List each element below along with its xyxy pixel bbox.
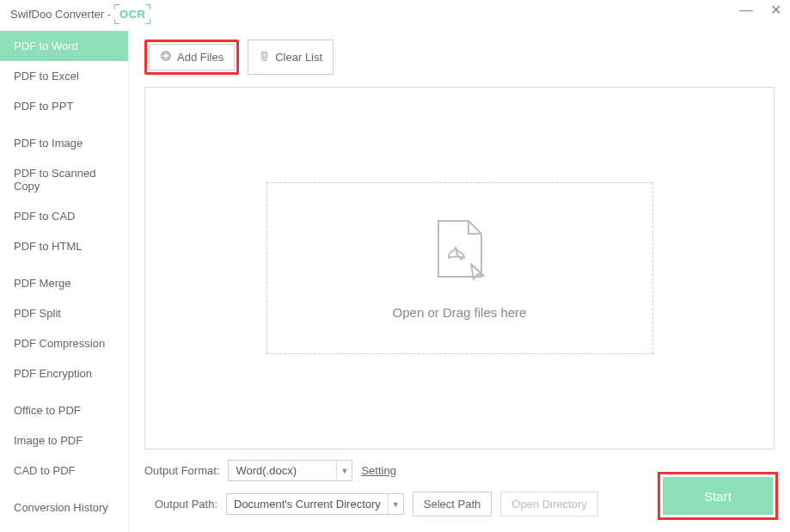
titlebar: SwifDoo Converter - OCR — ✕: [0, 0, 790, 28]
add-files-button[interactable]: Add Files: [149, 44, 235, 70]
toolbar: Add Files Clear List: [144, 40, 775, 75]
sidebar-item-pdf-merge[interactable]: PDF Merge: [0, 268, 128, 298]
sidebar-item-image-to-pdf[interactable]: Image to PDF: [0, 425, 128, 456]
drop-text: Open or Drag files here: [393, 305, 527, 320]
sidebar-item-pdf-to-excel[interactable]: PDF to Excel: [0, 61, 128, 91]
sidebar-item-pdf-compression[interactable]: PDF Compression: [0, 328, 128, 358]
file-drop-area[interactable]: Open or Drag files here: [144, 87, 775, 449]
sidebar-item-pdf-to-word[interactable]: PDF to Word: [0, 31, 128, 61]
clear-list-button[interactable]: Clear List: [248, 40, 334, 75]
output-format-label: Output Format:: [144, 464, 219, 477]
app-title: SwifDoo Converter -: [10, 8, 111, 21]
pdf-cursor-icon: [430, 217, 490, 288]
sidebar-item-pdf-to-html[interactable]: PDF to HTML: [0, 231, 128, 261]
trash-icon: [259, 51, 270, 64]
plus-circle-icon: [160, 50, 172, 64]
clear-list-label: Clear List: [275, 51, 322, 64]
highlight-add-files: Add Files: [144, 40, 239, 75]
close-button[interactable]: ✕: [770, 3, 781, 17]
drop-target[interactable]: Open or Drag files here: [266, 182, 653, 354]
sidebar: PDF to Word PDF to Excel PDF to PPT PDF …: [0, 28, 129, 532]
ocr-badge: OCR: [116, 6, 149, 22]
output-path-label: Output Path:: [155, 498, 217, 511]
setting-link[interactable]: Setting: [361, 464, 395, 477]
main-panel: Add Files Clear List: [129, 28, 790, 532]
sidebar-item-office-to-pdf[interactable]: Office to PDF: [0, 395, 128, 425]
sidebar-item-pdf-to-ppt[interactable]: PDF to PPT: [0, 91, 128, 121]
sidebar-item-pdf-to-cad[interactable]: PDF to CAD: [0, 201, 128, 231]
open-directory-button[interactable]: Open Directory: [500, 492, 597, 517]
sidebar-item-pdf-split[interactable]: PDF Split: [0, 298, 128, 328]
sidebar-item-cad-to-pdf[interactable]: CAD to PDF: [0, 456, 128, 486]
select-path-button[interactable]: Select Path: [413, 492, 493, 517]
sidebar-item-pdf-encryption[interactable]: PDF Encryption: [0, 358, 128, 388]
minimize-button[interactable]: —: [739, 3, 753, 17]
output-format-value[interactable]: Word(.docx): [228, 460, 352, 481]
sidebar-item-pdf-to-scanned[interactable]: PDF to Scanned Copy: [0, 158, 128, 201]
start-button[interactable]: Start: [663, 477, 773, 515]
sidebar-item-pdf-to-image[interactable]: PDF to Image: [0, 128, 128, 158]
output-format-select[interactable]: Word(.docx) ▼: [228, 460, 352, 481]
output-path-value[interactable]: Document's Current Directory: [226, 493, 404, 515]
output-path-select[interactable]: Document's Current Directory ▼: [226, 493, 404, 515]
sidebar-item-feedback[interactable]: Feedback: [0, 523, 128, 532]
highlight-start: Start: [658, 472, 778, 520]
sidebar-item-history[interactable]: Conversion History: [0, 492, 128, 523]
add-files-label: Add Files: [177, 51, 224, 64]
